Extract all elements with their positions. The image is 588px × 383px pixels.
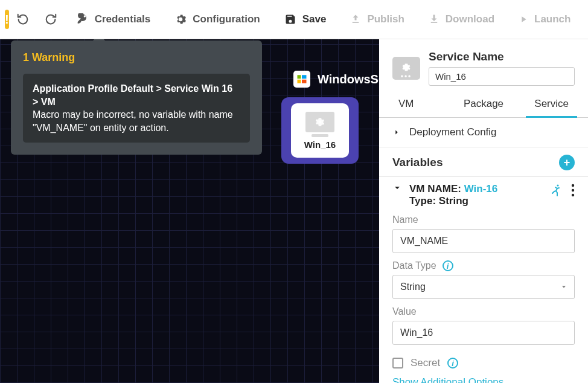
- add-variable-button[interactable]: +: [559, 155, 575, 170]
- name-field-label: Name: [392, 214, 575, 225]
- name-field-input[interactable]: [392, 229, 575, 253]
- save-icon: [284, 13, 296, 25]
- chevron-right-icon: [392, 128, 401, 137]
- variable-header-label: VM NAME:: [409, 183, 461, 195]
- download-label: Download: [446, 13, 494, 25]
- help-button[interactable]: ?: [583, 0, 588, 39]
- variables-header: Variables +: [379, 147, 588, 177]
- svg-point-7: [557, 184, 558, 186]
- key-icon: [77, 13, 89, 25]
- publish-button[interactable]: Publish: [338, 0, 416, 39]
- datatype-field-select[interactable]: String: [392, 275, 575, 299]
- svg-rect-4: [302, 80, 307, 83]
- secret-checkbox[interactable]: [392, 358, 403, 369]
- more-icon[interactable]: [571, 184, 575, 197]
- service-icon: [392, 57, 420, 80]
- variables-title: Variables: [392, 156, 443, 169]
- undo-icon: [16, 13, 30, 26]
- secret-info-icon[interactable]: i: [447, 358, 458, 369]
- tab-package[interactable]: Package: [453, 92, 514, 117]
- save-button[interactable]: Save: [272, 0, 339, 39]
- deployment-config-row[interactable]: Deployment Config: [379, 118, 588, 147]
- secret-label: Secret: [411, 357, 440, 369]
- variable-header-value: Win-16: [464, 183, 498, 195]
- play-icon: [519, 14, 528, 24]
- warning-message: Macro may be incorrect, no variable with…: [33, 108, 240, 134]
- launch-label: Launch: [534, 13, 570, 25]
- save-label: Save: [302, 13, 327, 25]
- vm-node[interactable]: Win_16: [281, 97, 359, 164]
- svg-rect-2: [302, 75, 307, 79]
- service-header: Service Name: [379, 39, 588, 92]
- configuration-label: Configuration: [193, 13, 260, 25]
- value-field-label: Value: [392, 306, 575, 317]
- configuration-button[interactable]: Configuration: [162, 0, 272, 39]
- show-additional-options[interactable]: Show Additional Options: [392, 376, 575, 383]
- main-toolbar: ! Credentials Configuration Save Publish: [0, 0, 588, 39]
- warning-path: Application Profile Default > Service Wi…: [33, 82, 240, 108]
- redo-button[interactable]: [37, 0, 65, 39]
- svg-point-9: [572, 189, 574, 192]
- variable-type-label: Type: String: [409, 195, 468, 207]
- warning-tooltip-card: Application Profile Default > Service Wi…: [23, 74, 250, 143]
- tab-service[interactable]: Service: [514, 92, 575, 117]
- blueprint-canvas[interactable]: 1 Warning Application Profile Default > …: [0, 39, 379, 383]
- service-name-label: Service Name: [429, 50, 575, 63]
- datatype-info-icon[interactable]: i: [443, 260, 453, 271]
- vm-icon: [305, 112, 334, 132]
- deployment-config-label: Deployment Config: [409, 126, 497, 138]
- windows-icon: [293, 71, 310, 88]
- service-name-input[interactable]: [429, 67, 575, 86]
- datatype-field-label: Data Type: [392, 260, 436, 271]
- panel-tabs: VM Package Service: [379, 92, 588, 118]
- vm-node-label: Win_16: [304, 140, 336, 150]
- value-field-input[interactable]: [392, 321, 575, 345]
- datatype-field-value: String: [392, 275, 575, 299]
- redo-icon: [44, 13, 57, 26]
- credentials-button[interactable]: Credentials: [65, 0, 163, 39]
- caret-down-icon: [560, 283, 567, 291]
- tab-vm[interactable]: VM: [392, 92, 453, 117]
- download-icon: [429, 14, 439, 25]
- windowsserver-group[interactable]: WindowsServer: [293, 71, 408, 88]
- runner-icon[interactable]: [548, 183, 563, 198]
- chevron-down-icon[interactable]: [392, 183, 402, 193]
- launch-button[interactable]: Launch: [507, 0, 583, 39]
- download-button[interactable]: Download: [417, 0, 507, 39]
- warning-indicator[interactable]: !: [5, 10, 9, 29]
- svg-rect-3: [298, 80, 301, 83]
- credentials-label: Credentials: [95, 13, 151, 25]
- svg-point-8: [572, 184, 574, 187]
- undo-button[interactable]: [9, 0, 37, 39]
- warning-tooltip-title: 1 Warning: [23, 51, 250, 64]
- upload-icon: [350, 14, 361, 25]
- svg-rect-1: [298, 75, 301, 79]
- gear-icon: [174, 13, 187, 25]
- properties-panel: Service Name VM Package Service Deployme…: [379, 39, 588, 383]
- warning-tooltip: 1 Warning Application Profile Default > …: [11, 40, 262, 155]
- svg-point-10: [572, 194, 574, 196]
- publish-label: Publish: [367, 13, 404, 25]
